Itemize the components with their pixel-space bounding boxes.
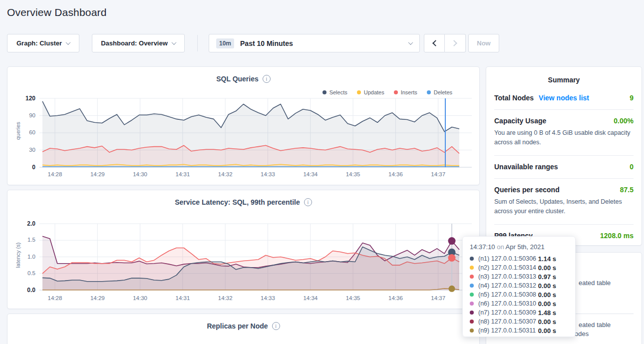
node-latency-value: 0.00 s <box>538 318 568 326</box>
node-latency-value: 0.00 s <box>538 327 568 335</box>
summary-row-unavailable-ranges: Unavailable ranges 0 <box>494 156 634 179</box>
graph-dropdown-label: Graph: Cluster <box>16 39 62 47</box>
node-color-dot <box>470 257 474 261</box>
node-latency-value: 0.00 s <box>538 291 568 299</box>
event-item-text[interactable]: odes <box>575 330 589 338</box>
view-nodes-list-link[interactable]: View nodes list <box>539 94 589 102</box>
info-icon[interactable]: i <box>272 322 280 330</box>
x-axis-tick-label: 14:29 <box>81 171 113 177</box>
x-axis-tick-label: 14:35 <box>337 171 369 177</box>
node-latency-value: 0.97 s <box>538 273 568 281</box>
chart-title: Replicas per Node <box>207 322 268 330</box>
graph-dropdown[interactable]: Graph: Cluster <box>7 34 79 52</box>
summary-row-value: 0 <box>630 163 634 171</box>
summary-row-value: 87.5 <box>620 186 634 194</box>
chart-title: SQL Queries <box>216 75 259 83</box>
x-axis-tick-label: 14:36 <box>379 171 411 177</box>
x-axis-tick-label: 14:36 <box>379 295 411 301</box>
x-axis-tick-label: 14:28 <box>39 295 71 301</box>
chevron-down-icon <box>408 40 413 45</box>
summary-row-description: Sum of Selects, Updates, Inserts, and De… <box>494 197 634 217</box>
chevron-left-icon <box>432 40 439 46</box>
tooltip-node-row: (n3) 127.0.0.1:503130.97 s <box>470 272 568 281</box>
x-axis-tick-label: 14:28 <box>39 171 71 177</box>
summary-row-capacity-usage: Capacity Usage 0.00% You are using 0 B o… <box>494 110 634 156</box>
summary-row-label: Capacity Usage <box>494 117 546 125</box>
dashboard-dropdown[interactable]: Dashboard: Overview <box>92 34 185 52</box>
node-latency-value: 0.00 s <box>538 264 568 272</box>
replicas-title-row: Replicas per Node i <box>7 322 479 330</box>
tooltip-timestamp: 14:37:10 on Apr 5th, 2021 <box>470 243 568 251</box>
event-item-text[interactable]: eated table <box>579 279 611 287</box>
service-latency-chart-card: Service Latency: SQL, 99th percentile i … <box>7 190 480 309</box>
now-button[interactable]: Now <box>468 34 499 52</box>
summary-title: Summary <box>486 67 642 87</box>
y-axis-tick-label: 120 <box>14 95 35 102</box>
info-icon[interactable]: i <box>304 198 312 206</box>
tooltip-time: 14:37:10 <box>470 243 495 251</box>
summary-row-total-nodes: Total Nodes View nodes list 9 <box>494 87 634 110</box>
x-axis-tick-label: 14:33 <box>252 171 284 177</box>
tooltip-node-row: (n8) 127.0.0.1:503070.00 s <box>470 317 568 326</box>
node-color-dot <box>470 266 474 270</box>
tooltip-node-row: (n4) 127.0.0.1:503120.00 s <box>470 281 568 290</box>
x-axis-tick-label: 14:34 <box>295 295 326 301</box>
time-range-picker[interactable]: 10m Past 10 Minutes <box>209 34 420 52</box>
x-axis-tick-label: 14:37 <box>422 295 454 301</box>
node-address: (n5) 127.0.0.1:50308 <box>478 291 536 298</box>
replicas-per-node-chart-card: Replicas per Node i <box>7 314 480 344</box>
tooltip-connector: on <box>497 243 504 251</box>
node-address: (n3) 127.0.0.1:50313 <box>478 273 536 280</box>
node-latency-value: 0.00 s <box>538 300 568 308</box>
controls-divider <box>197 35 198 51</box>
tooltip-node-row: (n5) 127.0.0.1:503080.00 s <box>470 290 568 299</box>
summary-row-queries-per-second: Queries per second 87.5 Sum of Selects, … <box>494 179 634 225</box>
x-axis-tick-label: 14:30 <box>124 171 156 177</box>
node-address: (n9) 127.0.0.1:50311 <box>478 327 536 334</box>
x-axis-tick-label: 14:32 <box>209 171 241 177</box>
node-color-dot <box>470 302 474 306</box>
x-axis-tick-label: 14:32 <box>209 295 241 301</box>
y-axis-tick-label: 1.5 <box>14 237 35 243</box>
node-color-dot <box>470 311 474 315</box>
node-color-dot <box>470 320 474 324</box>
page-title: Overview Dashboard <box>7 6 107 18</box>
tooltip-node-row: (n7) 127.0.0.1:503091.48 s <box>470 308 568 317</box>
legend-color-dot <box>394 90 398 94</box>
y-axis-tick-label: 0.5 <box>14 270 35 276</box>
y-axis-tick-label: 0 <box>14 164 35 171</box>
node-color-dot <box>470 329 474 333</box>
chart-title: Service Latency: SQL, 99th percentile <box>175 198 300 206</box>
summary-row-value: 1208.0 ms <box>600 232 634 240</box>
summary-row-label: Total Nodes <box>494 94 534 102</box>
summary-row-value: 9 <box>630 94 634 102</box>
info-icon[interactable]: i <box>263 75 271 83</box>
summary-row-value: 0.00% <box>614 117 634 125</box>
summary-row-description: You are using 0 B of 4.5 GiB usable disk… <box>494 128 634 148</box>
node-address: (n8) 127.0.0.1:50307 <box>478 318 536 325</box>
sql-queries-chart-card: SQL Queries i SelectsUpdatesInsertsDelet… <box>7 66 480 185</box>
chevron-down-icon <box>171 40 176 45</box>
x-axis-tick-label: 14:31 <box>167 295 199 301</box>
chevron-down-icon <box>66 40 71 45</box>
legend-color-dot <box>357 90 361 94</box>
time-next-button[interactable] <box>445 34 466 52</box>
event-item-text[interactable]: eated table <box>579 321 611 329</box>
node-color-dot <box>470 275 474 279</box>
sql-queries-plot[interactable] <box>39 94 472 170</box>
time-prev-button[interactable] <box>424 34 445 52</box>
summary-row-label: Queries per second <box>494 186 560 194</box>
node-address: (n6) 127.0.0.1:50310 <box>478 300 536 307</box>
node-color-dot <box>470 284 474 288</box>
overview-dashboard-page: Overview Dashboard Graph: Cluster Dashbo… <box>0 0 644 344</box>
x-axis-tick-label: 14:33 <box>252 295 284 301</box>
tooltip-node-row: (n6) 127.0.0.1:503100.00 s <box>470 299 568 308</box>
service-latency-plot[interactable] <box>39 220 472 293</box>
y-axis-tick-label: 60 <box>14 129 35 135</box>
node-latency-value: 1.48 s <box>538 309 568 317</box>
node-address: (n1) 127.0.0.1:50306 <box>478 255 536 262</box>
node-address: (n7) 127.0.0.1:50309 <box>478 309 536 316</box>
tooltip-node-row: (n9) 127.0.0.1:503110.00 s <box>470 326 568 335</box>
summary-row-label: Unavailable ranges <box>494 163 558 171</box>
time-range-label: Past 10 Minutes <box>240 39 293 47</box>
